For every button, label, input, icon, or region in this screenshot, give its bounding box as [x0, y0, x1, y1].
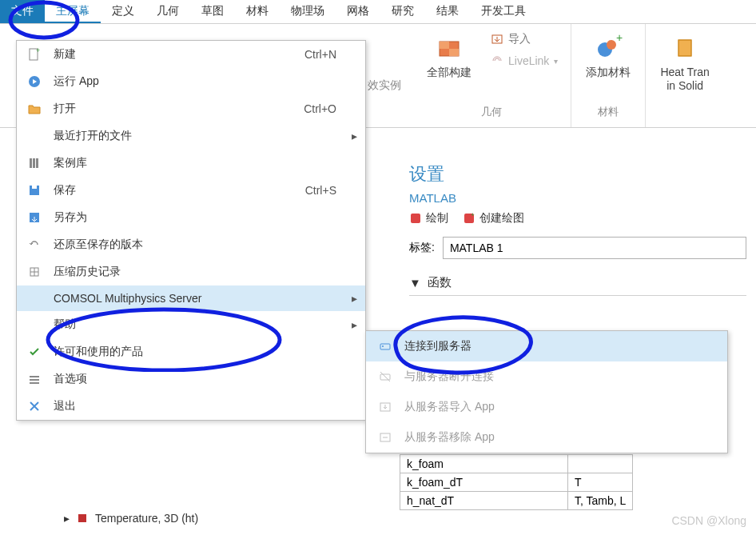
svg-point-23	[382, 345, 384, 347]
tab-results[interactable]: 结果	[425, 0, 470, 23]
server-submenu: 连接到服务器 与服务器断开连接 从服务器导入 App 从服务器移除 App	[365, 330, 728, 453]
tab-mesh[interactable]: 网格	[336, 0, 380, 23]
tab-geometry[interactable]: 几何	[145, 0, 190, 23]
menu-open-label: 打开	[54, 102, 292, 116]
watermark: CSDN @Xlong	[671, 514, 746, 527]
chevron-down-icon: ▾	[554, 57, 558, 66]
build-all-icon	[435, 34, 464, 62]
menu-prefs[interactable]: 首选项	[17, 365, 365, 393]
tab-material[interactable]: 材料	[235, 0, 280, 23]
create-plot-icon: +	[463, 212, 475, 225]
menu-new[interactable]: + 新建 Ctrl+N	[17, 41, 365, 68]
svg-rect-21	[30, 382, 39, 384]
chevron-right-icon: ▸	[352, 318, 357, 331]
fn-name: k_foam_dT	[400, 473, 568, 492]
fn-name: h_nat_dT	[400, 492, 568, 510]
remove-app-icon	[377, 430, 393, 445]
fn-name: k_foam	[400, 455, 568, 473]
menu-compress-label: 压缩历史记录	[54, 265, 356, 279]
ribbon-group-label-geom: 几何	[481, 105, 502, 122]
tab-study[interactable]: 研究	[380, 0, 425, 23]
tag-input[interactable]	[443, 237, 746, 259]
tab-file[interactable]: 文件	[0, 0, 45, 23]
menu-run-app[interactable]: 运行 App	[17, 68, 365, 95]
menu-license[interactable]: 许可和使用的产品	[17, 338, 365, 365]
svg-rect-20	[30, 379, 39, 381]
settings-subtitle: MATLAB	[409, 191, 746, 205]
menu-revert[interactable]: 还原至保存的版本	[17, 231, 365, 258]
tab-sketch[interactable]: 草图	[190, 0, 235, 23]
heat-transfer-button[interactable]: Heat Tran in Solid	[657, 29, 712, 98]
chevron-right-icon: ▸	[352, 130, 357, 142]
add-material-button[interactable]: + 添加材料	[583, 29, 634, 84]
cube-icon	[76, 512, 89, 525]
menu-library[interactable]: 案例库	[17, 150, 365, 177]
tab-physics[interactable]: 物理场	[280, 0, 336, 23]
menu-revert-label: 还原至保存的版本	[54, 238, 356, 252]
tree-item-label: Temperature, 3D (ht)	[95, 512, 198, 525]
section-functions[interactable]: ▼ 函数	[409, 270, 746, 296]
menu-compress[interactable]: 压缩历史记录	[17, 258, 365, 285]
tab-home[interactable]: 主屏幕	[45, 0, 101, 23]
disconnect-icon	[377, 369, 393, 384]
table-row[interactable]: h_nat_dTT, Tamb, L	[400, 492, 633, 510]
fn-args: T	[568, 473, 633, 492]
import-label: 导入	[508, 32, 531, 46]
menu-new-label: 新建	[54, 47, 293, 62]
svg-rect-22	[380, 344, 390, 349]
menu-saveas[interactable]: 另存为	[17, 204, 365, 231]
menu-server[interactable]: COMSOL Multiphysics Server ▸	[17, 285, 365, 311]
submenu-import-app[interactable]: 从服务器导入 App	[366, 392, 727, 422]
build-all-label: 全部构建	[427, 66, 472, 79]
menu-recent-label: 最近打开的文件	[54, 129, 356, 143]
tab-define[interactable]: 定义	[101, 0, 145, 23]
menu-save-shortcut: Ctrl+S	[305, 184, 356, 197]
clipped-text: 效实例	[368, 78, 401, 93]
plot-label: 绘制	[426, 211, 448, 226]
table-row[interactable]: k_foam	[400, 455, 633, 473]
build-all-button[interactable]: 全部构建	[424, 29, 475, 84]
menu-exit-label: 退出	[54, 399, 356, 413]
ribbon-group-physics: Heat Tran in Solid	[646, 24, 723, 127]
submenu-remove-app-label: 从服务器移除 App	[404, 430, 495, 445]
submenu-connect[interactable]: 连接到服务器	[366, 331, 727, 361]
tag-label: 标签:	[409, 241, 435, 255]
create-plot-label: 创建绘图	[479, 211, 524, 226]
file-menu: + 新建 Ctrl+N 运行 App 打开 Ctrl+O 最近打开的文件 ▸ 案…	[16, 40, 366, 421]
plot-button[interactable]: 绘制	[409, 211, 448, 226]
svg-rect-27	[411, 214, 420, 223]
submenu-remove-app[interactable]: 从服务器移除 App	[366, 422, 727, 453]
functions-table: k_foam k_foam_dTT h_nat_dTT, Tamb, L	[400, 454, 633, 510]
submenu-disconnect[interactable]: 与服务器断开连接	[366, 361, 727, 392]
menu-open-shortcut: Ctrl+O	[304, 102, 356, 115]
menu-save-label: 保存	[54, 183, 294, 198]
menu-open[interactable]: 打开 Ctrl+O	[17, 95, 365, 122]
menu-help[interactable]: 帮助 ▸	[17, 311, 365, 338]
prefs-icon	[26, 372, 42, 386]
menu-help-label: 帮助	[54, 317, 356, 332]
import-button[interactable]: 导入	[489, 29, 559, 50]
fn-args	[568, 455, 633, 473]
create-plot-button[interactable]: + 创建绘图	[463, 211, 524, 226]
doc-plus-icon: +	[26, 47, 42, 62]
library-icon	[26, 156, 42, 170]
app-run-icon	[26, 74, 42, 89]
heat-transfer-icon	[670, 34, 699, 62]
tree-item[interactable]: ▸ Temperature, 3D (ht)	[64, 512, 198, 525]
tree-expand-icon: ▸	[64, 512, 70, 525]
svg-rect-14	[36, 158, 38, 168]
exit-icon	[26, 399, 42, 413]
tab-devtools[interactable]: 开发工具	[470, 0, 537, 23]
menu-exit[interactable]: 退出	[17, 393, 365, 420]
connect-icon	[377, 339, 393, 353]
menu-recent[interactable]: 最近打开的文件 ▸	[17, 122, 365, 150]
livelink-button[interactable]: LiveLink ▾	[489, 51, 559, 70]
ribbon-group-label-mat: 材料	[598, 105, 619, 122]
submenu-import-app-label: 从服务器导入 App	[404, 400, 495, 414]
menu-save[interactable]: 保存 Ctrl+S	[17, 177, 365, 204]
table-row[interactable]: k_foam_dTT	[400, 473, 633, 492]
menu-run-app-label: 运行 App	[54, 74, 356, 89]
plot-icon	[409, 212, 422, 225]
chevron-right-icon: ▸	[352, 292, 357, 305]
menu-prefs-label: 首选项	[54, 372, 356, 386]
